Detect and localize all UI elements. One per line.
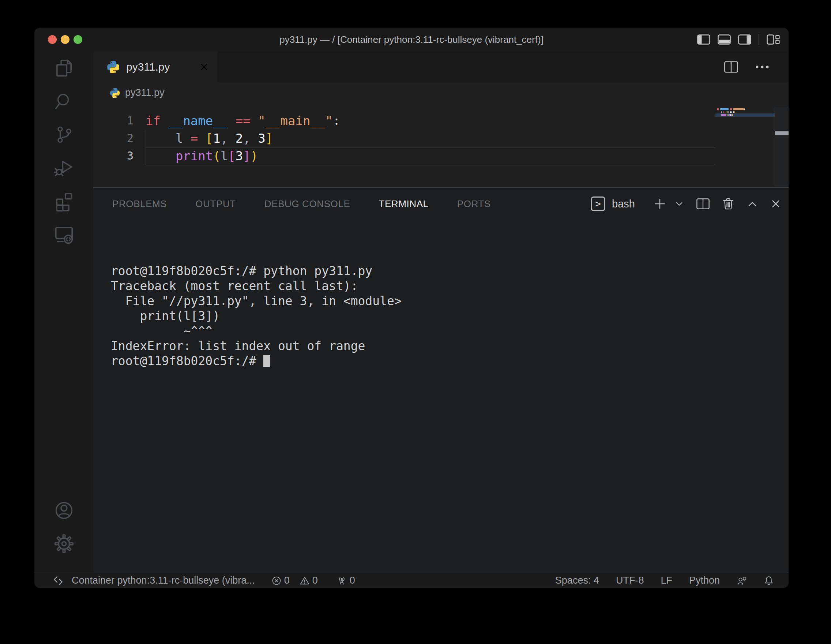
close-window-button[interactable]	[48, 35, 57, 44]
statusbar-right: Spaces: 4 UTF-8 LF Python	[555, 575, 774, 586]
terminal-cursor	[263, 355, 270, 367]
customize-layout-icon[interactable]	[767, 34, 780, 45]
terminal-shell-icon[interactable]: >	[591, 196, 605, 211]
toggle-panel-icon[interactable]	[718, 34, 731, 45]
settings-gear-icon[interactable]	[34, 527, 93, 560]
ports-count: 0	[350, 575, 355, 586]
remote-icon	[53, 576, 63, 585]
terminal-line: root@119f8b020c5f:/#	[111, 354, 788, 368]
terminal[interactable]: root@119f8b020c5f:/# python py311.pyTrac…	[111, 263, 788, 368]
tab-label: py311.py	[126, 61, 193, 73]
terminal-shell-label[interactable]: bash	[612, 198, 635, 210]
explorer-icon[interactable]	[34, 51, 93, 84]
run-and-debug-icon[interactable]	[34, 151, 93, 185]
minimize-window-button[interactable]	[61, 35, 70, 44]
panel-tab-debug-console[interactable]: DEBUG CONSOLE	[264, 198, 350, 210]
source-control-icon[interactable]	[34, 118, 93, 151]
terminal-line: print(l[3])	[111, 308, 788, 324]
breadcrumb-filename[interactable]: py311.py	[125, 87, 165, 99]
zoom-window-button[interactable]	[73, 35, 82, 44]
search-icon[interactable]	[34, 84, 93, 118]
line-number: 1	[93, 112, 134, 129]
terminal-line: Traceback (most recent call last):	[111, 279, 788, 293]
remote-label: Container python:3.11-rc-bullseye (vibra…	[72, 575, 255, 586]
scrollbar-thumb[interactable]	[775, 131, 788, 135]
status-bar: Container python:3.11-rc-bullseye (vibra…	[34, 573, 788, 588]
titlebar-divider	[759, 34, 759, 45]
python-file-icon	[107, 61, 119, 73]
panel-header: PROBLEMSOUTPUTDEBUG CONSOLETERMINALPORTS…	[93, 188, 788, 220]
bottom-panel: PROBLEMSOUTPUTDEBUG CONSOLETERMINALPORTS…	[93, 187, 788, 573]
feedback-icon[interactable]	[737, 575, 747, 586]
panel-tab-problems[interactable]: PROBLEMS	[112, 198, 167, 210]
maximize-panel-chevron-icon[interactable]	[747, 198, 758, 209]
minimap-line	[717, 114, 775, 116]
toggle-secondary-sidebar-icon[interactable]	[738, 34, 751, 45]
panel-tabs: PROBLEMSOUTPUTDEBUG CONSOLETERMINALPORTS	[112, 198, 491, 210]
code-line[interactable]: l = [1, 2, 3]	[146, 129, 340, 147]
panel-tab-terminal[interactable]: TERMINAL	[379, 198, 428, 210]
python-file-icon	[110, 88, 120, 98]
minimap-line	[717, 111, 775, 113]
radio-tower-icon	[337, 575, 347, 585]
current-line-border-bottom	[146, 165, 715, 165]
accounts-icon[interactable]	[34, 494, 93, 527]
split-terminal-icon[interactable]	[696, 198, 710, 210]
line-number: 2	[93, 129, 134, 147]
kill-terminal-trash-icon[interactable]	[722, 197, 734, 210]
split-editor-icon[interactable]	[724, 61, 738, 73]
traffic-lights	[48, 35, 82, 44]
eol-status[interactable]: LF	[661, 575, 672, 586]
activity-bar	[34, 51, 93, 573]
editor-actions	[724, 51, 770, 82]
close-tab-icon[interactable]	[199, 62, 209, 72]
code-lines[interactable]: if __name__ == "__main__": l = [1, 2, 3]…	[146, 112, 340, 165]
titlebar: py311.py — / [Container python:3.11-rc-b…	[34, 28, 788, 51]
window-title: py311.py — / [Container python:3.11-rc-b…	[34, 34, 788, 45]
notifications-bell-icon[interactable]	[764, 575, 774, 586]
editor-scrollbar[interactable]	[775, 107, 788, 187]
errors-icon	[272, 576, 281, 585]
minimap[interactable]	[717, 108, 775, 117]
line-numbers: 123	[93, 112, 134, 165]
terminal-profile-chevron-icon[interactable]	[675, 199, 684, 209]
more-actions-icon[interactable]	[755, 65, 770, 69]
code-line[interactable]: print(l[3])	[146, 147, 340, 165]
minimap-line	[717, 108, 775, 110]
terminal-line: ~^^^	[111, 324, 788, 338]
panel-tab-ports[interactable]: PORTS	[457, 198, 491, 210]
errors-count: 0	[284, 575, 290, 586]
close-panel-icon[interactable]	[770, 198, 781, 209]
encoding-status[interactable]: UTF-8	[616, 575, 644, 586]
warnings-icon	[300, 576, 309, 585]
terminal-line: root@119f8b020c5f:/# python py311.py	[111, 263, 788, 279]
terminal-line: IndexError: list index out of range	[111, 338, 788, 354]
titlebar-actions	[697, 28, 780, 51]
toggle-primary-sidebar-icon[interactable]	[697, 34, 710, 45]
code-editor[interactable]: 123 if __name__ == "__main__": l = [1, 2…	[93, 103, 788, 187]
terminal-line: File "//py311.py", line 3, in <module>	[111, 293, 788, 308]
new-terminal-icon[interactable]	[653, 197, 666, 210]
problems-status[interactable]: 0 0	[272, 575, 318, 586]
remote-explorer-icon[interactable]	[34, 218, 93, 251]
line-number: 3	[93, 147, 134, 165]
vscode-window: py311.py — / [Container python:3.11-rc-b…	[34, 28, 788, 588]
ports-status[interactable]: 0	[337, 575, 355, 586]
panel-actions: > bash	[591, 196, 781, 211]
code-line[interactable]: if __name__ == "__main__":	[146, 112, 340, 129]
tab-py311[interactable]: py311.py	[93, 51, 218, 82]
language-mode-status[interactable]: Python	[689, 575, 720, 586]
panel-tab-output[interactable]: OUTPUT	[195, 198, 236, 210]
tab-strip: py311.py	[93, 51, 788, 82]
breadcrumb[interactable]: py311.py	[93, 82, 788, 103]
remote-indicator[interactable]: Container python:3.11-rc-bullseye (vibra…	[53, 575, 255, 586]
indentation-status[interactable]: Spaces: 4	[555, 575, 599, 586]
extensions-icon[interactable]	[34, 185, 93, 218]
warnings-count: 0	[312, 575, 318, 586]
